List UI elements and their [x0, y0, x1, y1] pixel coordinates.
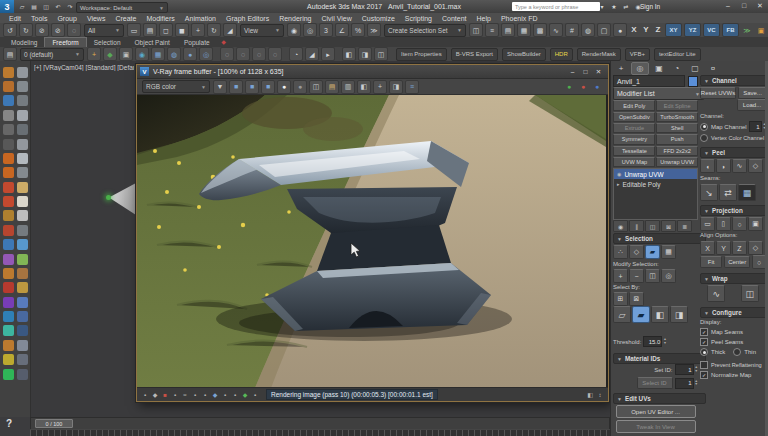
seam-tool-icon[interactable]: ⇄ [719, 184, 737, 201]
vertex-color-radio[interactable]: Vertex Color Channel [700, 134, 767, 142]
wrap-tool-icon[interactable]: ∿ [707, 285, 725, 302]
vfb-toolbar-icon[interactable]: ■ [229, 80, 243, 94]
close-button[interactable]: ✕ [752, 0, 768, 11]
vfb-toolbar-icon[interactable]: ■ [261, 80, 275, 94]
workspace-dropdown[interactable]: Workspace: Default▼ [76, 2, 168, 13]
vfb-toolbar-icon[interactable]: ▤ [325, 80, 339, 94]
vfb-status-icon[interactable]: ■ [161, 390, 170, 399]
dock-icon[interactable] [3, 210, 14, 221]
peel-tool-icon[interactable]: ◖ [700, 159, 715, 173]
select-id-spinner[interactable]: 1 ▲▼ [675, 379, 698, 388]
dock-icon[interactable] [17, 369, 28, 380]
prevent-reflattening-checkbox[interactable]: Prevent Reflattening [700, 361, 767, 369]
toolbar-icon[interactable]: ● [613, 23, 627, 37]
rollout-selection[interactable]: ▼Selection [613, 233, 706, 244]
toolbar-toggle-button[interactable]: FB [722, 23, 739, 37]
dock-icon[interactable] [17, 225, 28, 236]
snap-toggle-icon[interactable]: 3 [319, 23, 333, 37]
script-button[interactable]: Item Properties [396, 48, 447, 61]
toolbar-icon[interactable]: ▢ [597, 23, 611, 37]
quick-access-icon[interactable]: ↷ [65, 1, 75, 11]
toolbar-icon[interactable]: # [565, 23, 579, 37]
toolbar-icon[interactable]: ◔ [289, 47, 303, 61]
toolbar-icon[interactable]: ↻ [19, 23, 33, 37]
toolbar-icon[interactable]: ◻ [159, 23, 173, 37]
toolbar-icon[interactable]: ▸ [321, 47, 335, 61]
select-by-icon[interactable]: ▰ [632, 306, 650, 323]
vfb-status-icon[interactable]: ▪ [141, 390, 150, 399]
command-panel-tab[interactable]: + [613, 63, 629, 74]
ribbon-tab[interactable]: Modeling [4, 37, 44, 47]
rollout-configure[interactable]: ▼Configure [700, 307, 768, 318]
snap-toggle-icon[interactable]: ∠ [335, 23, 349, 37]
modify-selection-icon[interactable]: ◫ [645, 269, 660, 283]
toolbar-icon[interactable]: ◌ [67, 23, 81, 37]
menu-item[interactable]: Tools [26, 15, 52, 22]
vfb-status-icon[interactable]: ▪ [201, 390, 210, 399]
fit-button[interactable]: Fit [700, 256, 722, 268]
dock-icon[interactable] [3, 81, 14, 92]
axis-button[interactable]: X [629, 24, 639, 36]
command-panel-tab[interactable]: ▢ [687, 63, 703, 74]
stack-tool-icon[interactable]: ≣ [677, 220, 692, 232]
title-icon[interactable]: ▾ [597, 1, 607, 11]
vfb-status-icon[interactable]: ▪ [251, 390, 260, 399]
script-button[interactable]: B-VRS Export [451, 48, 498, 61]
ribbon-tab[interactable]: Populate [177, 37, 217, 47]
toolbar-icon[interactable]: ◫ [469, 23, 483, 37]
command-panel-tab[interactable]: ▣ [651, 63, 667, 74]
toolbar-icon[interactable]: ◌ [268, 47, 282, 61]
peel-tool-icon[interactable]: ◗ [716, 159, 731, 173]
maximize-button[interactable]: □ [736, 0, 752, 11]
object-name-field[interactable]: Anvil_1 [613, 75, 685, 87]
vfb-toolbar-icon[interactable]: ■ [245, 80, 259, 94]
dock-icon[interactable] [3, 254, 14, 265]
layer-icon[interactable]: ▤ [3, 47, 17, 61]
vfb-maximize-button[interactable]: □ [579, 67, 592, 77]
subobject-mode-icon[interactable]: ∴ [613, 245, 628, 259]
vfb-status-icon[interactable]: ▪ [191, 390, 200, 399]
vfb-toolbar-icon[interactable]: ◨ [389, 80, 403, 94]
dock-icon[interactable] [3, 340, 14, 351]
align-axis-icon[interactable]: Y [716, 241, 731, 255]
stack-tool-icon[interactable]: ◫ [645, 220, 660, 232]
quick-access-icon[interactable]: ◫ [41, 1, 51, 11]
stack-row-icon[interactable]: ◉ [617, 171, 621, 177]
dock-icon[interactable] [3, 354, 14, 365]
dock-icon[interactable] [17, 95, 28, 106]
align-axis-icon[interactable]: X [700, 241, 715, 255]
modifier-button[interactable]: Unwrap UVW [656, 157, 698, 168]
script-button[interactable]: ShowBuilder [502, 48, 546, 61]
dock-icon[interactable] [3, 297, 14, 308]
seam-tool-icon[interactable]: ↘ [700, 184, 718, 201]
reference-coordinate-dropdown[interactable]: View▼ [240, 24, 284, 37]
rollout-channel[interactable]: ▼Channel [700, 75, 768, 86]
menu-item[interactable]: Views [82, 15, 111, 22]
toolbar-icon[interactable]: ▤ [143, 23, 157, 37]
axis-button[interactable]: Y [641, 24, 651, 36]
vfb-toolbar-icon[interactable]: ▼ [213, 80, 227, 94]
modify-selection-icon[interactable]: − [629, 269, 644, 283]
dock-icon[interactable] [17, 354, 28, 365]
search-input[interactable]: Type a keyword or phrase [512, 2, 600, 11]
modifier-button[interactable]: Push [656, 134, 698, 145]
toolbar-icon[interactable]: ◆ [103, 47, 117, 61]
plane-constraint-button[interactable]: YZ [684, 23, 701, 37]
menu-item[interactable]: Create [110, 15, 141, 22]
vfb-indicator-icon[interactable]: ● [577, 81, 589, 93]
subobject-mode-icon[interactable]: ▰ [645, 245, 660, 259]
stack-tool-icon[interactable]: ◉ [613, 220, 628, 232]
dock-icon[interactable] [3, 225, 14, 236]
toolbar-icon[interactable]: ◌ [252, 47, 266, 61]
quick-access-icon[interactable]: ↶ [53, 1, 63, 11]
dock-icon[interactable] [3, 110, 14, 121]
dock-icon[interactable] [3, 282, 14, 293]
modifier-button[interactable]: Edit Poly [613, 100, 655, 111]
vfb-rendered-image[interactable] [137, 95, 608, 387]
vfb-minimize-button[interactable]: – [566, 67, 579, 77]
dock-icon[interactable] [3, 325, 14, 336]
script-button[interactable]: textEditor Lite [654, 48, 701, 61]
viewport-area[interactable]: [+] [VRayCam04] [Standard] [Default Shad… [0, 61, 612, 417]
toolbar-icon[interactable]: ◼ [175, 23, 189, 37]
vfb-toolbar-icon[interactable]: + [373, 80, 387, 94]
